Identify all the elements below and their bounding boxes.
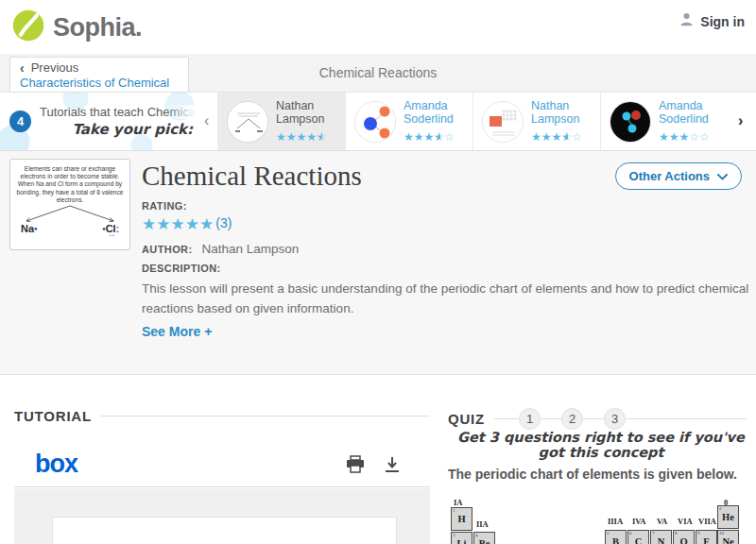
lesson-title: Chemical Reactions (142, 161, 362, 192)
sophia-leaf-icon (11, 8, 45, 46)
tutorial-rating-stars: ★★★☆★☆ (531, 128, 599, 144)
rating-label: RATING: (142, 200, 232, 212)
periodic-element-cell: 1H (451, 507, 472, 531)
description-block: DESCRIPTION: This lesson will present a … (142, 263, 754, 319)
tutorial-thumbnail-diagram (227, 101, 268, 143)
quiz-step-3[interactable]: 3 (604, 408, 626, 430)
tutorial-author: Nathan Lampson (276, 99, 344, 127)
carousel-next-button[interactable]: › (738, 113, 743, 128)
periodic-group-label: IA (454, 498, 462, 507)
quiz-step-1[interactable]: 1 (519, 408, 541, 430)
tutorial-heading: TUTORIAL (14, 408, 92, 424)
quiz-tagline: Get 3 questions right to see if you've g… (454, 430, 748, 460)
periodic-group-label: IIA (476, 519, 489, 529)
logo-wordmark: Sophia. (53, 13, 142, 42)
carousel-prev-button[interactable]: ‹ (204, 113, 209, 128)
tutorial-card[interactable]: Amanda Soderlind ★★★☆☆ (600, 93, 728, 150)
carousel-subheading: Take your pick: (72, 121, 193, 138)
thumbnail-caption: Elements can share or exchange electrons… (15, 165, 125, 204)
tutorial-thumbnail-periodic (482, 101, 524, 143)
document-viewer-toolbar: box (14, 442, 430, 487)
tutorial-rating-stars: ★★★☆☆ (659, 128, 727, 144)
description-text: This lesson will present a basic underst… (142, 280, 751, 319)
author-name: Nathan Lampson (202, 242, 300, 256)
tutorial-thumbnail-molecule (354, 101, 396, 143)
lesson-summary-section: Elements can share or exchange electrons… (0, 151, 756, 375)
quiz-progress-track: 1 2 3 (494, 408, 747, 430)
lewis-dots: : (116, 224, 119, 234)
quiz-step-2[interactable]: 2 (561, 408, 583, 430)
tutorial-card[interactable]: Amanda Soderlind ★★★☆★☆ (345, 93, 472, 150)
rating-count[interactable]: (3) (215, 215, 232, 230)
box-logo[interactable]: box (35, 450, 77, 479)
top-header: Sophia. Sign in (0, 0, 756, 54)
sophia-logo[interactable]: Sophia. (11, 8, 142, 46)
description-label: DESCRIPTION: (142, 263, 754, 274)
quiz-question-intro: The periodic chart of elements is given … (448, 467, 737, 482)
author-block: AUTHOR: Nathan Lampson (142, 242, 299, 256)
periodic-table-left: IAIIA1H3Li4Be (451, 498, 507, 544)
periodic-element-cell: 2He (717, 505, 739, 529)
divider (101, 416, 430, 416)
page: Sophia. Sign in ‹ Previous Characteristi… (0, 0, 756, 544)
sign-in-button[interactable]: Sign in (679, 11, 745, 31)
tutorial-section-header: TUTORIAL (14, 408, 430, 424)
lesson-navbar: ‹ Previous Characteristics of Chemical B… (0, 54, 756, 93)
periodic-element-cell: 9F (696, 530, 717, 544)
periodic-element-cell: 6C (627, 530, 649, 544)
periodic-element-cell: 10Ne (717, 530, 739, 544)
current-lesson-title: Chemical Reactions (0, 65, 756, 80)
tutorial-card[interactable]: Nathan Lampson ★★★☆★☆ (472, 93, 600, 150)
periodic-group-label: IVA (632, 517, 646, 526)
periodic-element-cell: 4Be (473, 532, 495, 544)
sodium-symbol: Na• (21, 223, 38, 234)
other-actions-button[interactable]: Other Actions (615, 162, 742, 190)
lewis-dots: • (34, 224, 38, 234)
download-icon[interactable] (383, 455, 402, 478)
carousel-intro-panel: 4 Tutorials that teach Chemical Re Take … (0, 93, 200, 150)
quiz-heading: QUIZ (448, 411, 485, 427)
tutorial-count-badge: 4 (9, 110, 31, 132)
carousel-heading: Tutorials that teach Chemical Re (40, 105, 197, 119)
tutorial-author: Amanda Soderlind (659, 99, 727, 127)
chlorine-symbol: ∙∙•Cl:∙∙ (102, 223, 119, 234)
chevron-down-icon (717, 169, 728, 183)
sign-in-label: Sign in (700, 14, 745, 29)
periodic-group-label: VIA (678, 517, 693, 526)
lesson-rating-stars: ★★★★★ (142, 216, 214, 232)
periodic-element-cell: 8O (673, 530, 695, 544)
document-viewer[interactable] (14, 488, 430, 544)
tutorial-card[interactable]: Nathan Lampson ★★★★☆★ (217, 93, 345, 150)
periodic-group-label: VA (657, 517, 667, 526)
tutorial-thumbnail-molecule-dark (610, 101, 651, 143)
periodic-element-cell: 5B (605, 530, 627, 544)
author-label: AUTHOR: (142, 244, 193, 255)
document-page (52, 517, 397, 544)
periodic-element-cell: 7N (650, 530, 672, 544)
periodic-table-right: 0IIIAIVAVAVIAVIIA2He5B6C7N8O9F10Ne (605, 498, 747, 544)
tutorial-author: Amanda Soderlind (404, 99, 472, 127)
tutorial-rating-stars: ★★★★☆★ (276, 128, 344, 144)
lesson-thumbnail-card: Elements can share or exchange electrons… (9, 159, 130, 250)
tutorial-author: Nathan Lampson (531, 99, 599, 127)
periodic-element-cell: 3Li (451, 532, 472, 544)
lewis-dots: ∙∙ (109, 231, 114, 240)
rating-block: RATING: ★★★★★ (3) (142, 200, 232, 232)
person-icon (679, 11, 695, 31)
periodic-group-label: IIIA (608, 517, 623, 526)
quiz-section-header: QUIZ 1 2 3 (448, 408, 747, 430)
tutorials-carousel: 4 Tutorials that teach Chemical Re Take … (0, 93, 756, 151)
periodic-group-label: VIIA (698, 517, 716, 526)
tutorial-rating-stars: ★★★☆★☆ (404, 128, 472, 144)
print-icon[interactable] (345, 455, 366, 478)
see-more-link[interactable]: See More + (142, 324, 212, 339)
lewis-dots: ∙∙ (109, 217, 114, 226)
